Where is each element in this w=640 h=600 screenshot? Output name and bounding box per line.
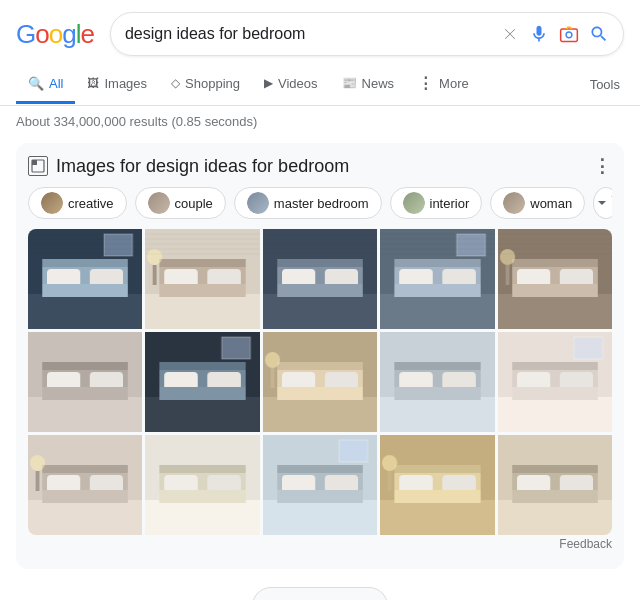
header: Google [0, 0, 640, 64]
image-section-icon [28, 156, 48, 176]
images-header: Images for design ideas for bedroom ⋮ [28, 155, 612, 177]
view-all-button[interactable]: View all → [252, 587, 388, 600]
camera-icon [559, 24, 579, 44]
results-info: About 334,000,000 results (0.85 seconds) [0, 106, 640, 137]
image-cell-6[interactable] [145, 332, 259, 432]
images-icon: 🖼 [87, 76, 99, 90]
image-cell-10[interactable] [28, 435, 142, 535]
svg-point-1 [566, 32, 572, 38]
tools-button[interactable]: Tools [586, 67, 624, 102]
image-cell-12[interactable] [263, 435, 377, 535]
chip-creative[interactable]: creative [28, 187, 127, 219]
chip-interior-label: interior [430, 196, 470, 211]
voice-search-button[interactable] [529, 24, 549, 44]
chevron-down-icon [594, 195, 610, 211]
image-cell-5[interactable] [28, 332, 142, 432]
tab-news[interactable]: 📰 News [330, 66, 407, 104]
microphone-icon [529, 24, 549, 44]
tab-more[interactable]: ⋮ More [406, 64, 481, 105]
image-cell-0[interactable] [28, 229, 142, 329]
nav-tabs: 🔍 All 🖼 Images ◇ Shopping ▶ Videos 📰 New… [0, 64, 640, 106]
google-logo: Google [16, 19, 94, 50]
feedback-row: Feedback [28, 535, 612, 557]
image-cell-11[interactable] [145, 435, 259, 535]
chip-woman[interactable]: woman [490, 187, 585, 219]
chip-master-bedroom[interactable]: master bedroom [234, 187, 382, 219]
results-count: About 334,000,000 results (0.85 seconds) [16, 114, 257, 129]
all-icon: 🔍 [28, 76, 44, 91]
filter-chips: creative couple master bedroom interior … [28, 187, 612, 219]
view-all-row: View all → [0, 579, 640, 600]
tab-videos[interactable]: ▶ Videos [252, 66, 330, 104]
close-icon [501, 25, 519, 43]
image-cell-13[interactable] [380, 435, 494, 535]
chip-couple-label: couple [175, 196, 213, 211]
image-grid [28, 229, 612, 535]
google-search-button[interactable] [589, 24, 609, 44]
chip-couple[interactable]: couple [135, 187, 226, 219]
image-search-button[interactable] [559, 24, 579, 44]
videos-icon: ▶ [264, 76, 273, 90]
search-icon [589, 24, 609, 44]
news-icon: 📰 [342, 76, 357, 90]
tab-shopping-label: Shopping [185, 76, 240, 91]
image-cell-4[interactable] [498, 229, 612, 329]
tab-images-label: Images [104, 76, 147, 91]
images-section: Images for design ideas for bedroom ⋮ cr… [16, 143, 624, 569]
more-options-button[interactable]: ⋮ [593, 155, 612, 177]
tab-shopping[interactable]: ◇ Shopping [159, 66, 252, 104]
images-title: Images for design ideas for bedroom [28, 156, 349, 177]
images-section-title: Images for design ideas for bedroom [56, 156, 349, 177]
clear-search-button[interactable] [501, 25, 519, 43]
tab-all[interactable]: 🔍 All [16, 66, 75, 104]
shopping-icon: ◇ [171, 76, 180, 90]
image-cell-1[interactable] [145, 229, 259, 329]
feedback-link[interactable]: Feedback [559, 537, 612, 551]
tab-all-label: All [49, 76, 63, 91]
image-cell-14[interactable] [498, 435, 612, 535]
svg-rect-3 [32, 160, 37, 165]
chips-expand-button[interactable]: ˅ [593, 187, 612, 219]
image-cell-2[interactable] [263, 229, 377, 329]
search-input[interactable] [125, 25, 501, 43]
tab-more-label: More [439, 76, 469, 91]
more-icon: ⋮ [418, 74, 434, 92]
image-cell-7[interactable] [263, 332, 377, 432]
search-bar [110, 12, 624, 56]
tab-videos-label: Videos [278, 76, 318, 91]
image-cell-9[interactable] [498, 332, 612, 432]
tab-news-label: News [362, 76, 395, 91]
chip-woman-label: woman [530, 196, 572, 211]
image-cell-3[interactable] [380, 229, 494, 329]
svg-rect-0 [561, 29, 578, 42]
image-cell-8[interactable] [380, 332, 494, 432]
chip-interior[interactable]: interior [390, 187, 483, 219]
tab-images[interactable]: 🖼 Images [75, 66, 159, 104]
chip-creative-label: creative [68, 196, 114, 211]
chip-master-label: master bedroom [274, 196, 369, 211]
